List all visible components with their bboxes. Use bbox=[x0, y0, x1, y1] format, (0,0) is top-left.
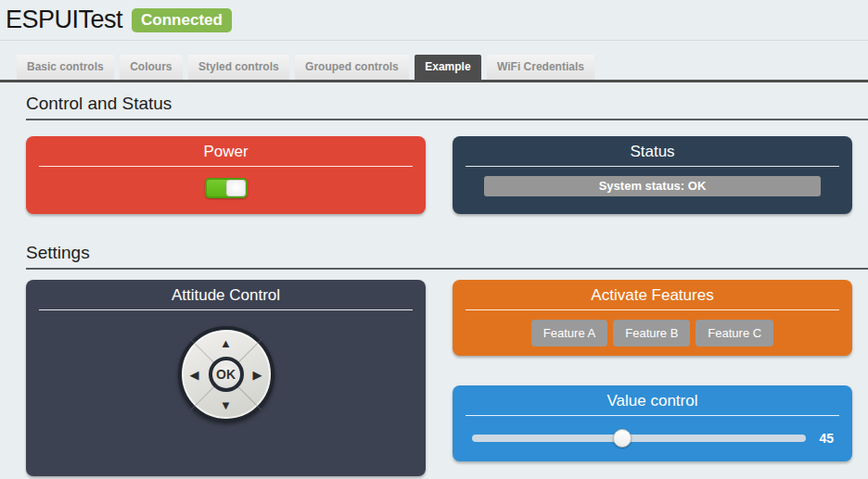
panel-separator bbox=[466, 415, 839, 416]
tab-basic-controls[interactable]: Basic controls bbox=[17, 55, 114, 80]
activate-features-panel: Activate Features Feature A Feature B Fe… bbox=[453, 280, 852, 356]
tab-grouped-controls[interactable]: Grouped controls bbox=[295, 55, 409, 80]
settings-right-column: Activate Features Feature A Feature B Fe… bbox=[453, 280, 852, 476]
section-rule bbox=[26, 119, 868, 120]
connection-status-badge: Connected bbox=[132, 8, 232, 32]
feature-a-button[interactable]: Feature A bbox=[531, 320, 607, 347]
power-toggle-switch[interactable] bbox=[205, 178, 248, 198]
system-status-label: System status: OK bbox=[484, 176, 820, 196]
dpad-right-arrow-icon[interactable]: ▶ bbox=[253, 369, 262, 381]
settings-row: Attitude Control ▲ ▼ ◀ ▶ OK Activate Fea… bbox=[26, 280, 852, 476]
status-panel-title: Status bbox=[453, 142, 852, 161]
dpad-control: ▲ ▼ ◀ ▶ OK bbox=[178, 326, 274, 422]
panel-separator bbox=[39, 166, 413, 167]
dpad-up-arrow-icon[interactable]: ▲ bbox=[220, 337, 232, 349]
feature-b-button[interactable]: Feature B bbox=[613, 320, 690, 347]
control-status-row: Power Status System status: OK bbox=[26, 136, 852, 214]
attitude-control-panel: Attitude Control ▲ ▼ ◀ ▶ OK bbox=[26, 280, 426, 476]
dpad-left-arrow-icon[interactable]: ◀ bbox=[190, 369, 199, 381]
app-title: ESPUITest bbox=[6, 6, 122, 34]
value-control-panel: Value control 45 bbox=[453, 385, 852, 461]
value-slider[interactable] bbox=[472, 435, 806, 442]
tab-example[interactable]: Example bbox=[415, 55, 480, 80]
power-panel-title: Power bbox=[26, 142, 426, 161]
feature-buttons-row: Feature A Feature B Feature C bbox=[453, 320, 852, 347]
tab-styled-controls[interactable]: Styled controls bbox=[188, 55, 289, 80]
power-panel: Power bbox=[26, 136, 426, 214]
dpad-ok-button[interactable]: OK bbox=[209, 357, 244, 392]
tab-colours[interactable]: Colours bbox=[120, 55, 182, 80]
value-panel-title: Value control bbox=[453, 391, 852, 410]
power-switch-row bbox=[26, 178, 426, 198]
status-panel: Status System status: OK bbox=[453, 136, 852, 214]
tab-wifi-credentials[interactable]: WiFi Credentials bbox=[487, 55, 594, 80]
dpad-down-arrow-icon[interactable]: ▼ bbox=[220, 399, 232, 411]
panel-separator bbox=[466, 309, 839, 310]
feature-c-button[interactable]: Feature C bbox=[696, 320, 773, 347]
panel-separator bbox=[466, 166, 839, 167]
app-header: ESPUITest Connected bbox=[0, 0, 868, 41]
section-rule bbox=[26, 268, 868, 270]
tab-bar: Basic controls Colours Styled controls G… bbox=[0, 41, 868, 82]
section-heading-settings: Settings bbox=[26, 243, 868, 263]
attitude-panel-title: Attitude Control bbox=[26, 285, 426, 305]
dpad-wrap: ▲ ▼ ◀ ▶ OK bbox=[26, 326, 426, 422]
slider-value-label: 45 bbox=[819, 431, 834, 446]
section-heading-control-status: Control and Status bbox=[26, 94, 868, 114]
toggle-knob[interactable] bbox=[226, 180, 246, 196]
features-panel-title: Activate Features bbox=[453, 285, 852, 305]
panel-separator bbox=[39, 309, 413, 310]
slider-knob[interactable] bbox=[613, 429, 632, 447]
slider-row: 45 bbox=[472, 431, 834, 446]
